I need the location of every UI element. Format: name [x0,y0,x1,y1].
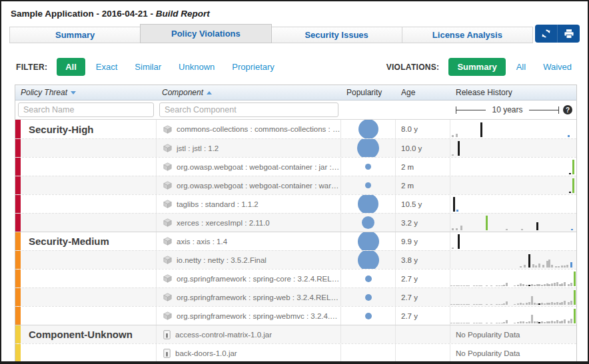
table-row[interactable]: jstl : jstl : 1.210.0 y [15,138,576,157]
package-icon [163,311,172,320]
policy-threat-cell [15,176,157,194]
age-cell: 2.7 y [396,307,450,325]
table-row[interactable]: Security-Highcommons-collections : commo… [15,120,576,138]
release-history-bar [568,135,570,137]
component-cell[interactable]: io.netty : netty : 3.5.2.Final [157,251,341,269]
table-row[interactable]: org.springframework : spring-webmvc : 3.… [15,306,576,325]
component-cell[interactable]: axis : axis : 1.4 [157,232,341,250]
tab-license-analysis[interactable]: License Analysis [402,27,533,43]
release-history-bar [556,302,558,305]
filter-proprietary-link[interactable]: Proprietary [232,62,275,72]
release-history-bar [568,321,570,323]
column-header-popularity[interactable]: Popularity [341,88,396,97]
release-history-bar [503,322,505,323]
release-history-bar [531,284,533,286]
popularity-bubble [365,275,372,282]
release-history-bar [531,296,533,305]
release-history-bar [551,283,553,286]
release-history-bar [453,323,455,323]
violations-all-link[interactable]: All [516,62,526,72]
scale-label: 10 years [486,105,528,114]
table-row[interactable]: Security-Mediumaxis : axis : 1.49.9 y [15,232,576,250]
column-header-policy-threat[interactable]: Policy Threat [15,88,157,97]
tab-policy-violations[interactable]: Policy Violations [140,24,271,43]
release-history-bar [544,322,546,323]
popularity-bubble [365,313,372,319]
release-history-bar [498,323,500,323]
component-cell[interactable]: jstl : jstl : 1.2 [157,139,341,157]
component-name: back-doors-1.0.jar [175,349,237,357]
component-cell[interactable]: back-doors-1.0.jar [157,344,341,362]
search-component-input[interactable] [159,102,338,117]
release-history-bar [456,323,458,323]
help-icon[interactable]: ? [563,105,572,114]
release-history-bar [544,284,546,286]
release-history-bar [559,321,561,323]
release-history-bar [458,234,460,249]
filter-exact-link[interactable]: Exact [96,62,118,72]
table-row[interactable]: org.springframework : spring-web : 3.2.4… [15,287,576,306]
tab-summary[interactable]: Summary [9,27,141,43]
component-name: jstl : jstl : 1.2 [177,144,219,152]
table-row[interactable]: xerces : xercesImpl : 2.11.03.2 y [15,213,576,232]
threat-level-bar [15,214,21,232]
release-history-bar [478,323,480,323]
release-history-bar [450,285,452,286]
package-icon [163,200,172,208]
popularity-cell [341,288,396,306]
release-history-bar [517,322,519,323]
refresh-button[interactable] [535,25,557,43]
release-history-cell [450,232,576,250]
release-history-bar [520,283,522,286]
scale-right-line [529,110,558,110]
component-cell[interactable]: commons-collections : commons-collection… [157,120,341,138]
release-history-bar [514,285,516,286]
search-name-input[interactable] [18,102,154,117]
release-history-bar [572,160,574,174]
release-history-cell [450,139,576,157]
component-cell[interactable]: xerces : xercesImpl : 2.11.0 [157,214,341,232]
table-row[interactable]: Component-Unknownaccess-control-matrix-1… [15,325,576,343]
release-history-bar [546,321,548,323]
table-row[interactable]: taglibs : standard : 1.1.210.5 y [15,194,576,213]
package-icon [163,218,172,227]
filter-similar-link[interactable]: Similar [135,62,161,72]
violations-summary-button[interactable]: Summary [448,58,505,76]
component-cell[interactable]: org.springframework : spring-webmvc : 3.… [157,307,341,325]
component-cell[interactable]: access-control-matrix-1.0.jar [157,325,341,343]
table-row[interactable]: org.owasp.webgoat : webgoat-container : … [15,157,576,176]
component-name: taglibs : standard : 1.1.2 [177,200,259,208]
age-cell: 2 m [396,176,450,194]
table-body: Security-Highcommons-collections : commo… [15,120,576,362]
column-header-release-history[interactable]: Release History [450,88,576,97]
filter-all-button[interactable]: All [57,58,85,76]
component-cell[interactable]: org.springframework : spring-core : 3.2.… [157,270,341,287]
component-cell[interactable]: org.owasp.webgoat : webgoat-container : … [157,176,341,194]
table-row[interactable]: org.owasp.webgoat : webgoat-container : … [15,176,576,194]
title-bar: Sample Application - 2016-04-21 - Build … [1,1,588,23]
search-component-cell [157,102,341,117]
release-history-cell [450,270,576,287]
violations-waived-link[interactable]: Waived [543,62,572,72]
component-cell[interactable]: org.springframework : spring-web : 3.2.4… [157,288,341,306]
release-history-cell [450,214,576,232]
release-history-bar [548,303,550,305]
table-row[interactable]: io.netty : netty : 3.5.2.Final3.8 y [15,250,576,269]
release-history-bar [506,229,508,230]
release-history-bar [522,303,524,305]
column-header-component[interactable]: Component [157,88,341,97]
filter-label: FILTER: [16,63,47,72]
release-history-bar [506,320,508,323]
column-header-age[interactable]: Age [396,88,450,97]
table-row[interactable]: org.springframework : spring-core : 3.2.… [15,269,576,287]
component-cell[interactable]: org.owasp.webgoat : webgoat-container : … [157,158,341,176]
filter-unknown-link[interactable]: Unknown [179,62,215,72]
release-history-cell [450,158,576,176]
popularity-cell [341,325,396,343]
release-history-bar [496,323,498,323]
print-button[interactable] [558,25,580,43]
component-cell[interactable]: taglibs : standard : 1.1.2 [157,195,341,213]
table-row[interactable]: back-doors-1.0.jarNo Popularity Data [15,343,576,362]
tab-security-issues[interactable]: Security Issues [271,27,402,43]
printer-icon [564,29,574,39]
